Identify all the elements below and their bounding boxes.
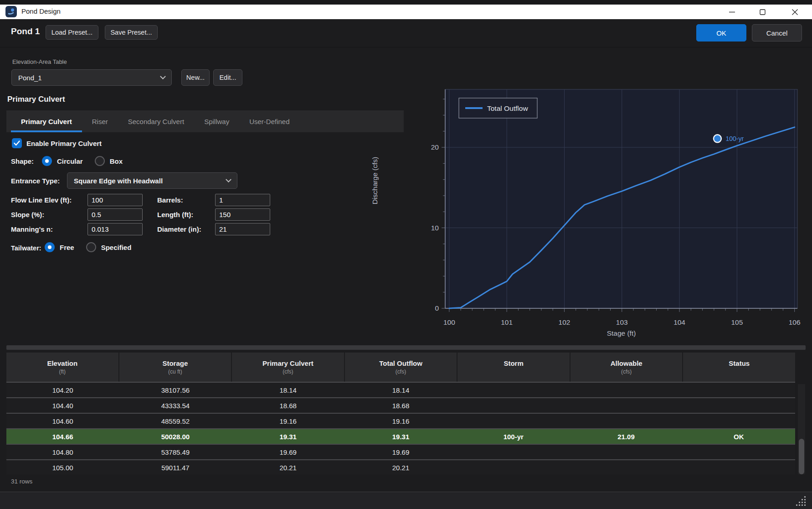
table-cell: 19.31 [232,433,344,441]
edit-table-button[interactable]: Edit... [213,69,242,86]
shape-label: Shape: [11,157,34,165]
field-label-length-ft: Length (ft): [157,211,215,218]
field-label-barrels: Barrels: [157,196,215,204]
app-icon [5,6,17,17]
field-input-manning-s-n[interactable] [87,223,143,235]
close-icon[interactable] [782,5,807,19]
column-title: Primary Culvert [262,359,313,367]
results-table: Elevation(ft)Storage(cu ft)Primary Culve… [6,353,795,474]
column-header-allowable[interactable]: Allowable(cfs) [570,353,683,382]
field-input-length-ft[interactable] [215,208,270,221]
table-cell: 38107.56 [119,386,231,394]
table-body: 104.2038107.5618.1418.14104.4043333.5418… [6,383,795,474]
table-cell: 19.31 [344,433,457,441]
table-row-highlighted[interactable]: 104.6650028.0019.3119.31100-yr21.09OK [6,429,795,445]
table-cell: 104.40 [6,402,119,410]
table-row[interactable]: 104.8053785.4919.6919.69 [6,445,795,460]
field-row-flow-line-elev-ft: Flow Line Elev (ft): [11,192,148,207]
x-axis-title: Stage (ft) [607,329,636,337]
chart-plot-area[interactable] [445,89,797,308]
table-row[interactable]: 105.0059011.4720.2120.21 [6,460,795,474]
column-title: Total Outflow [379,359,422,367]
elevation-area-table-label: Elevation-Area Table [12,58,67,65]
field-input-slope[interactable] [87,208,143,221]
column-title: Storm [504,359,523,367]
tailwater-radio-free[interactable] [45,242,55,252]
cancel-button[interactable]: Cancel [752,24,802,42]
column-title: Storage [162,359,188,367]
pane-splitter-handle[interactable] [6,345,806,350]
field-row-slope: Slope (%): [11,207,148,222]
maximize-icon[interactable] [750,5,775,19]
column-unit: (ft) [59,369,66,375]
table-cell: 48559.52 [119,417,231,425]
load-preset-button[interactable]: Load Preset... [46,25,98,40]
x-tick-label: 104 [673,318,685,326]
table-cell: 104.60 [6,417,119,425]
table-scrollbar-thumb[interactable] [799,439,804,474]
table-cell: 59011.47 [119,464,231,472]
entrance-type-select[interactable]: Square Edge with Headwall [67,172,237,189]
chevron-down-icon [160,73,166,79]
chart-legend: Total Outflow [459,98,537,118]
field-label-diameter-in: Diameter (in): [157,225,215,233]
table-row[interactable]: 104.6048559.5219.1619.16 [6,414,795,429]
y-tick-label: 0 [435,304,439,312]
field-input-diameter-in[interactable] [215,223,270,235]
column-header-status[interactable]: Status [682,353,795,382]
table-row[interactable]: 104.2038107.5618.1418.14 [6,383,795,398]
tab-bar: Primary CulvertRiserSecondary CulvertSpi… [6,110,404,132]
new-table-button[interactable]: New... [181,69,210,86]
minimize-icon[interactable] [719,5,745,19]
column-header-total-outflow[interactable]: Total Outflow(cfs) [344,353,457,382]
field-input-flow-line-elev-ft[interactable] [87,194,143,206]
column-header-elevation[interactable]: Elevation(ft) [6,353,118,382]
tailwater-radio-group: FreeSpecified [45,242,143,252]
field-row-length-ft: Length (ft): [157,207,294,222]
column-unit: (cfs) [621,369,632,375]
bottom-strip [0,492,812,509]
y-tick-label: 10 [431,224,439,232]
chevron-down-icon [226,177,231,182]
table-header-row: Elevation(ft)Storage(cu ft)Primary Culve… [6,353,795,383]
table-cell: 19.16 [232,417,344,425]
enable-primary-culvert-checkbox[interactable] [12,138,22,148]
field-row-manning-s-n: Manning's n: [11,222,148,236]
table-cell: 19.69 [232,448,344,456]
row-count-label: 31 rows [11,478,32,485]
x-tick-label: 100 [443,318,455,326]
field-input-barrels[interactable] [215,194,270,206]
table-scrollbar[interactable] [798,384,805,474]
elevation-area-select[interactable]: Pond_1 [11,69,172,86]
tab-secondary-culvert[interactable]: Secondary Culvert [118,110,194,132]
table-row[interactable]: 104.4043333.5418.6818.68 [6,398,795,414]
field-label-slope: Slope (%): [11,211,87,218]
titlebar[interactable]: Pond Design [0,5,812,19]
column-header-storm[interactable]: Storm [457,353,570,382]
tab-spillway[interactable]: Spillway [194,110,239,132]
storm-point-label: 100-yr [725,135,744,142]
resize-grip[interactable] [795,495,807,506]
tab-primary-culvert[interactable]: Primary Culvert [11,110,82,132]
field-row-diameter-in: Diameter (in): [157,222,294,236]
table-cell: 105.00 [6,464,119,472]
enable-primary-culvert-row: Enable Primary Culvert [12,138,102,148]
ok-button[interactable]: OK [696,24,746,42]
shape-radio-box[interactable] [95,156,105,166]
tab-user-defined[interactable]: User-Defined [239,110,299,132]
column-header-primary-culvert[interactable]: Primary Culvert(cfs) [231,353,344,382]
column-title: Status [729,359,750,367]
save-preset-button[interactable]: Save Preset... [105,25,158,40]
tailwater-radio-specified[interactable] [86,242,96,252]
shape-radio-group: CircularBox [42,156,134,166]
tab-riser[interactable]: Riser [82,110,118,132]
elevation-area-selected-value: Pond_1 [18,74,42,82]
table-cell: 53785.49 [119,448,231,456]
table-cell: 21.09 [570,433,682,441]
shape-radio-circular[interactable] [42,156,52,166]
column-header-storage[interactable]: Storage(cu ft) [118,353,231,382]
table-cell: 50028.00 [119,433,231,441]
table-cell: 104.66 [6,433,119,441]
entrance-type-selected-value: Square Edge with Headwall [74,177,163,185]
column-title: Allowable [611,359,642,367]
